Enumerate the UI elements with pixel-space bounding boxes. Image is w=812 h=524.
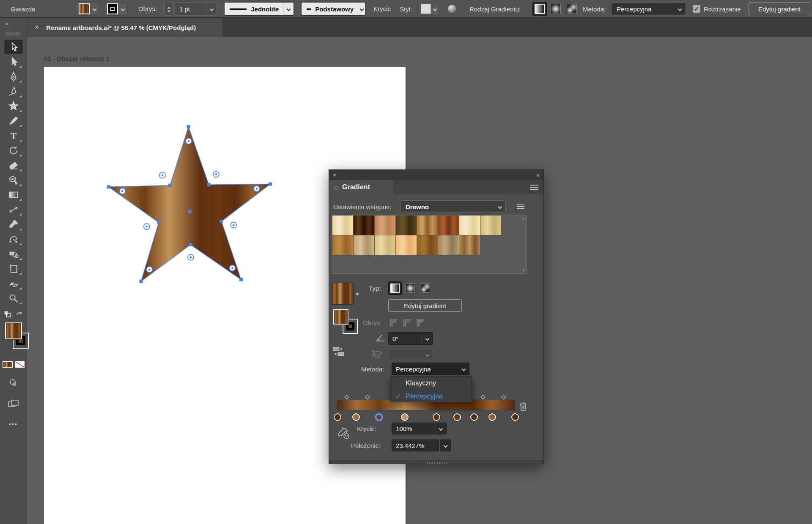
gradient-stop[interactable] — [453, 413, 461, 421]
corner-widget[interactable] — [188, 254, 194, 260]
scroll-down-icon[interactable]: ▼ — [521, 268, 526, 273]
scroll-up-icon[interactable]: ▲ — [521, 216, 526, 221]
panel-resize-strip[interactable] — [329, 461, 543, 464]
corner-widget[interactable] — [213, 172, 219, 177]
paintbrush-tool[interactable] — [4, 114, 23, 128]
drawing-mode-icon[interactable] — [0, 379, 27, 389]
corner-widget[interactable] — [146, 267, 152, 273]
screen-mode-icon[interactable] — [0, 400, 27, 410]
zoom-tool[interactable] — [4, 291, 23, 306]
corner-widget[interactable] — [159, 172, 165, 178]
close-tab-icon[interactable]: × — [35, 24, 38, 31]
twirl-tool[interactable] — [4, 232, 23, 246]
curvature-tool[interactable] — [4, 84, 23, 98]
gradient-tool[interactable] — [4, 188, 23, 202]
corner-widget[interactable] — [254, 186, 260, 192]
gradient-midpoint-handle[interactable] — [344, 395, 349, 399]
reverse-gradient-icon[interactable] — [332, 347, 345, 357]
fill-stroke-proxy[interactable] — [0, 322, 27, 355]
more-tools-icon[interactable]: ••• — [0, 421, 27, 428]
corner-widget[interactable] — [119, 188, 125, 194]
shaper-tool[interactable] — [4, 173, 23, 187]
gradient-type-linear-button[interactable] — [532, 2, 547, 16]
preset-swatch[interactable] — [459, 235, 480, 255]
thumbnail-flyout-icon[interactable] — [356, 293, 359, 296]
preset-swatch[interactable] — [480, 216, 501, 235]
corner-widget[interactable] — [230, 222, 236, 228]
preset-swatch[interactable] — [396, 235, 417, 255]
corner-widget[interactable] — [230, 265, 236, 271]
selection-tool[interactable] — [4, 40, 23, 54]
panel-type-freeform-button[interactable] — [419, 281, 432, 295]
stroke-width-field[interactable]: 1 pt — [175, 2, 217, 16]
preset-swatch[interactable] — [354, 235, 374, 255]
stop-location-field[interactable]: 23.4427% — [392, 439, 439, 451]
gradient-type-freeform-button[interactable] — [565, 2, 579, 16]
gradient-type-radial-button[interactable] — [549, 2, 563, 16]
tools-grip[interactable] — [6, 32, 21, 35]
stepper-down-icon[interactable] — [167, 9, 170, 12]
edit-gradient-button[interactable]: Edytuj gradient — [749, 3, 810, 15]
panel-type-radial-button[interactable] — [403, 281, 417, 295]
expand-tools-icon[interactable]: » — [0, 18, 27, 30]
type-tool[interactable]: T — [4, 128, 23, 143]
angle-field[interactable]: 0° — [388, 332, 433, 345]
shape-builder-tool[interactable] — [4, 247, 23, 261]
artboard-tool[interactable] — [4, 262, 23, 276]
preset-swatch[interactable] — [438, 235, 459, 255]
collapse-diamond-icon[interactable]: ◇ — [334, 184, 338, 191]
gradient-midpoint-handle[interactable] — [501, 395, 506, 399]
rotate-tool[interactable] — [4, 143, 23, 158]
stroke-color-dropdown[interactable] — [104, 2, 127, 16]
gradient-stop[interactable] — [352, 413, 360, 421]
anchor-point[interactable] — [157, 221, 160, 224]
gradient-thumbnail[interactable] — [332, 283, 354, 305]
preset-swatch[interactable] — [417, 235, 438, 255]
gradient-stop[interactable] — [401, 413, 409, 421]
anchor-point[interactable] — [189, 243, 192, 246]
method-menu-item-klasyczny[interactable]: Klasyczny — [391, 377, 472, 390]
panel-close-icon[interactable]: × — [333, 172, 336, 178]
star-shape[interactable] — [52, 75, 327, 329]
anchor-point[interactable] — [107, 185, 110, 188]
preset-swatch[interactable] — [459, 216, 480, 235]
method-dropdown[interactable]: Percepcyjna — [611, 3, 686, 15]
none-color-button[interactable] — [15, 361, 25, 368]
document-tab[interactable]: × Rename artboards.ai* @ 56.47 % (CMYK/P… — [27, 18, 222, 37]
dither-checkbox[interactable]: ✓ — [693, 5, 700, 13]
method-menu-item-percepcyjna[interactable]: ✓Percepcyjna — [391, 390, 472, 403]
swap-fill-stroke-icon[interactable] — [16, 311, 23, 317]
pen-tool[interactable] — [4, 69, 23, 84]
gradient-stop[interactable] — [511, 413, 519, 421]
anchor-point[interactable] — [188, 210, 192, 213]
gradient-stop[interactable] — [334, 413, 341, 421]
stop-eyedropper-icon[interactable] — [336, 427, 350, 439]
gradient-stop[interactable] — [488, 413, 496, 421]
fill-color-dropdown[interactable] — [76, 2, 99, 16]
anchor-point[interactable] — [187, 125, 190, 128]
graphic-style-dropdown[interactable] — [418, 2, 439, 16]
stop-location-dropdown[interactable] — [440, 439, 451, 451]
eraser-tool[interactable] — [4, 158, 23, 172]
preset-swatch[interactable] — [396, 216, 417, 235]
presets-dropdown[interactable]: Drewno — [400, 200, 506, 213]
panel-method-dropdown[interactable]: Percepcyjna — [392, 363, 469, 375]
anchor-point[interactable] — [168, 184, 172, 187]
width-tool[interactable] — [4, 202, 23, 217]
panel-fill-proxy[interactable] — [333, 309, 348, 325]
anchor-point[interactable] — [220, 220, 223, 223]
anchor-point[interactable] — [207, 183, 211, 186]
preset-swatch[interactable] — [332, 235, 353, 255]
panel-menu-icon[interactable] — [530, 185, 538, 190]
stroke-width-stepper[interactable] — [165, 2, 173, 16]
gradient-stop[interactable] — [470, 413, 478, 421]
gradient-stop-selected[interactable] — [375, 413, 383, 421]
free-transform-tool[interactable] — [4, 276, 23, 291]
panel-edit-gradient-button[interactable]: Edytuj gradient — [388, 299, 462, 312]
anchor-point[interactable] — [239, 278, 243, 281]
preset-swatch[interactable] — [375, 235, 395, 255]
stop-opacity-field[interactable]: 100% — [392, 423, 447, 434]
stroke-profile-dropdown[interactable]: Jednolite — [224, 2, 294, 16]
preset-swatch[interactable] — [417, 216, 438, 235]
preset-swatch[interactable] — [375, 216, 395, 235]
